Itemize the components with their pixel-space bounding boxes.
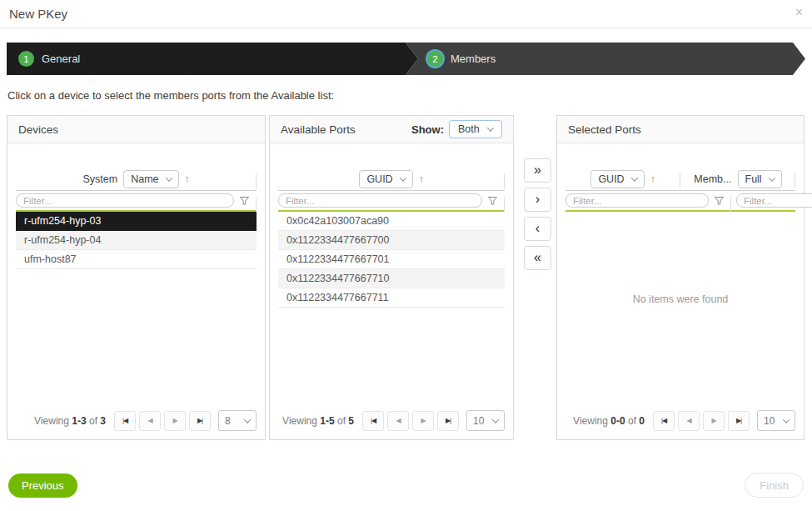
- last-page-button[interactable]: ▶|: [437, 411, 459, 431]
- chevron-down-icon: [783, 416, 790, 423]
- step-members[interactable]: 2 Members: [406, 43, 805, 75]
- devices-filter-input[interactable]: [16, 193, 234, 208]
- previous-button[interactable]: Previous: [8, 473, 77, 498]
- selected-column-header-row: GUID ↑ Memb... Full: [565, 168, 795, 191]
- selected-filter-row: [565, 191, 795, 212]
- step-general[interactable]: 1 General: [7, 43, 418, 75]
- available-pagination: Viewing 1-5 of 5 |◀ ◀ ▶ ▶| 10: [282, 410, 505, 431]
- column-separator: [730, 197, 731, 212]
- selected-membership-filter-input[interactable]: [736, 193, 812, 208]
- available-filter-input[interactable]: [278, 193, 482, 208]
- transfer-button-stack: » › ‹ «: [524, 158, 551, 270]
- last-page-button[interactable]: ▶|: [728, 411, 750, 431]
- table-row[interactable]: 0x0c42a103007aca90: [278, 212, 505, 231]
- devices-panel-body: System Name ↑: [7, 143, 265, 439]
- move-left-button[interactable]: ‹: [524, 217, 551, 241]
- step-number-badge: 2: [427, 51, 443, 67]
- show-select[interactable]: Both: [449, 120, 502, 138]
- devices-panel-title: Devices: [18, 123, 58, 136]
- column-separator: [504, 197, 505, 212]
- dialog-title: New PKey: [9, 7, 67, 21]
- chevron-down-icon: [492, 416, 499, 423]
- available-column-header-row: GUID ↑: [278, 168, 505, 191]
- next-page-button[interactable]: ▶: [703, 411, 725, 431]
- move-all-right-button[interactable]: »: [524, 158, 551, 183]
- chevron-down-icon: [244, 416, 251, 423]
- table-row[interactable]: 0x1122334477667711: [278, 288, 505, 308]
- filter-funnel-icon[interactable]: [239, 196, 250, 206]
- available-ports-panel: Available Ports Show: Both GUID ↑: [269, 115, 514, 440]
- table-row[interactable]: 0x1122334477667700: [278, 231, 505, 250]
- first-page-button[interactable]: |◀: [114, 411, 136, 431]
- first-page-button[interactable]: |◀: [653, 411, 675, 431]
- table-row[interactable]: 0x1122334477667710: [278, 269, 505, 288]
- viewing-status: Viewing 0-0 of 0: [573, 415, 645, 427]
- system-column-label: System: [82, 173, 117, 185]
- sort-field-select[interactable]: GUID: [590, 170, 644, 188]
- available-panel-body: GUID ↑: [270, 143, 513, 439]
- selected-ports-panel: Selected Ports GUID ↑ Memb...: [556, 115, 805, 440]
- column-separator: [256, 173, 257, 188]
- show-label: Show:: [411, 123, 444, 136]
- filter-funnel-icon[interactable]: [714, 196, 725, 206]
- sort-field-select[interactable]: GUID: [359, 170, 412, 188]
- chevron-down-icon: [768, 174, 775, 181]
- page-size-select[interactable]: 10: [757, 410, 795, 431]
- wizard-steps: 1 General 2 Members: [7, 43, 805, 75]
- chevron-down-icon: [487, 124, 494, 131]
- step-label: Members: [451, 53, 496, 65]
- viewing-status: Viewing 1-5 of 5: [282, 415, 354, 427]
- table-row[interactable]: r-ufm254-hyp-04: [16, 231, 257, 250]
- available-panel-header: Available Ports Show: Both: [270, 116, 513, 143]
- close-icon[interactable]: ×: [795, 4, 803, 21]
- move-right-button[interactable]: ›: [524, 188, 551, 212]
- prev-page-button[interactable]: ◀: [139, 411, 161, 431]
- finish-button[interactable]: Finish: [745, 473, 804, 498]
- devices-pagination: Viewing 1-3 of 3 |◀ ◀ ▶ ▶| 8: [34, 410, 257, 431]
- available-filter-row: [278, 191, 505, 212]
- prev-page-button[interactable]: ◀: [387, 411, 409, 431]
- viewing-status: Viewing 1-3 of 3: [34, 415, 106, 427]
- column-separator: [504, 173, 505, 188]
- chevron-down-icon: [399, 174, 406, 181]
- devices-row-list: r-ufm254-hyp-03r-ufm254-hyp-04ufm-host87: [16, 212, 257, 269]
- selected-panel-body: GUID ↑ Memb... Full: [557, 143, 804, 439]
- devices-column-header-row: System Name ↑: [16, 168, 257, 191]
- available-panel-title: Available Ports: [281, 123, 356, 136]
- sort-field-select[interactable]: Name: [123, 170, 178, 188]
- first-page-button[interactable]: |◀: [362, 411, 384, 431]
- step-number-badge: 1: [18, 51, 34, 67]
- selected-guid-filter-input[interactable]: [565, 193, 709, 208]
- sort-direction-icon[interactable]: ↑: [185, 173, 190, 185]
- filter-funnel-icon[interactable]: [487, 196, 498, 206]
- instruction-text: Click on a device to select the members …: [7, 89, 334, 102]
- selected-panel-header: Selected Ports: [557, 116, 804, 143]
- new-pkey-dialog: New PKey × 1 General 2 Members Click on …: [0, 0, 812, 511]
- column-separator: [795, 173, 795, 188]
- move-all-left-button[interactable]: «: [524, 246, 551, 270]
- table-row[interactable]: r-ufm254-hyp-03: [16, 212, 257, 231]
- membership-select[interactable]: Full: [738, 170, 782, 188]
- membership-column-label: Memb...: [694, 173, 731, 185]
- chevron-down-icon: [630, 174, 637, 181]
- devices-filter-row: [16, 191, 257, 212]
- selected-pagination: Viewing 0-0 of 0 |◀ ◀ ▶ ▶| 10: [573, 410, 795, 431]
- table-row[interactable]: ufm-host87: [16, 250, 257, 269]
- available-row-list: 0x0c42a103007aca900x11223344776677000x11…: [278, 212, 505, 308]
- prev-page-button[interactable]: ◀: [678, 411, 700, 431]
- chevron-down-icon: [165, 174, 172, 181]
- devices-panel: Devices System Name ↑: [7, 115, 266, 440]
- sort-direction-icon[interactable]: ↑: [650, 173, 655, 185]
- page-size-select[interactable]: 8: [218, 410, 257, 431]
- next-page-button[interactable]: ▶: [412, 411, 434, 431]
- step-label: General: [42, 53, 80, 65]
- sort-direction-icon[interactable]: ↑: [419, 173, 424, 185]
- next-page-button[interactable]: ▶: [164, 411, 186, 431]
- page-size-select[interactable]: 10: [466, 410, 505, 431]
- table-row[interactable]: 0x1122334477667701: [278, 250, 505, 269]
- selected-panel-title: Selected Ports: [568, 123, 641, 136]
- empty-state-message: No items were found: [557, 293, 804, 305]
- last-page-button[interactable]: ▶|: [189, 411, 211, 431]
- dialog-titlebar: New PKey ×: [0, 0, 812, 28]
- devices-panel-header: Devices: [7, 116, 265, 143]
